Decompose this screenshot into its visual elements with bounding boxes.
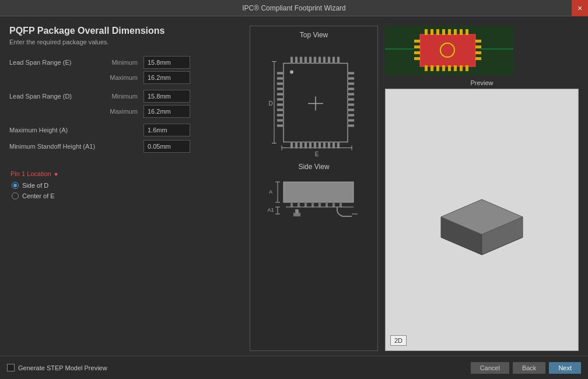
svg-rect-85 <box>454 29 457 35</box>
back-button[interactable]: Back <box>513 362 545 374</box>
lead-span-d-max-row: Maximum <box>9 105 243 118</box>
svg-text:A: A <box>269 189 272 195</box>
radio-side-of-d[interactable]: Side of D <box>12 182 243 189</box>
svg-rect-41 <box>277 109 284 111</box>
radio-center-of-e-circle <box>12 192 19 199</box>
bottom-buttons: Cancel Back Next <box>471 362 581 374</box>
svg-rect-81 <box>430 29 433 35</box>
right-panel: Preview 2D <box>385 26 579 351</box>
svg-rect-19 <box>323 57 326 64</box>
min-standoff-label: Minimum Standoff Height (A1) <box>9 143 108 150</box>
svg-rect-79 <box>420 34 475 66</box>
svg-rect-39 <box>277 99 284 101</box>
preview-2d-button[interactable]: 2D <box>390 335 407 346</box>
lead-span-e-group: Lead Span Range (E) Minimum Maximum <box>9 56 243 84</box>
lead-span-e-label: Lead Span Range (E) <box>9 59 108 66</box>
lead-span-e-label-row: Lead Span Range (E) Minimum <box>9 56 243 69</box>
svg-rect-30 <box>323 142 326 149</box>
svg-rect-51 <box>348 104 354 106</box>
svg-rect-24 <box>295 142 298 149</box>
lead-span-e-max-label: Maximum <box>108 74 144 81</box>
svg-rect-84 <box>448 29 451 35</box>
svg-rect-25 <box>300 142 302 149</box>
svg-rect-68 <box>340 202 342 207</box>
side-view-diagram: A A1 <box>261 173 366 243</box>
svg-rect-90 <box>436 65 439 71</box>
close-button[interactable]: × <box>572 0 588 16</box>
lead-span-e-max-input[interactable] <box>144 71 190 84</box>
cancel-button[interactable]: Cancel <box>471 362 509 374</box>
lead-span-d-label-row: Lead Span Range (D) Minimum <box>9 90 243 103</box>
chip-preview-thumbnail <box>385 26 513 75</box>
svg-rect-16 <box>309 57 312 64</box>
lead-span-d-label: Lead Span Range (D) <box>9 93 108 100</box>
generate-step-checkbox[interactable]: Generate STEP Model Preview <box>7 364 107 371</box>
top-preview-wrapper <box>385 26 579 77</box>
svg-rect-60 <box>284 182 354 202</box>
lead-span-e-min-input[interactable] <box>144 56 190 69</box>
radio-center-of-e[interactable]: Center of E <box>12 192 243 199</box>
pin-location-section: Pin 1 Location ● Side of D Center of E <box>9 170 243 199</box>
svg-rect-15 <box>304 57 307 64</box>
svg-rect-33 <box>337 142 340 149</box>
generate-step-label: Generate STEP Model Preview <box>18 364 107 371</box>
svg-rect-23 <box>290 142 293 149</box>
max-height-label: Maximum Height (A) <box>9 127 108 134</box>
svg-text:A1: A1 <box>267 207 274 213</box>
svg-rect-64 <box>312 202 314 207</box>
lead-span-d-min-input[interactable] <box>144 90 190 103</box>
left-panel: PQFP Package Overall Dimensions Enter th… <box>9 26 243 351</box>
max-height-input[interactable] <box>144 124 190 136</box>
svg-rect-97 <box>414 45 420 48</box>
svg-rect-67 <box>332 202 335 207</box>
form-section: Lead Span Range (E) Minimum Maximum Lead… <box>9 56 243 351</box>
svg-rect-62 <box>298 202 300 207</box>
title-bar: IPC® Compliant Footprint Wizard × <box>0 0 588 16</box>
svg-rect-91 <box>442 65 445 71</box>
lead-span-d-max-label: Maximum <box>108 108 144 115</box>
svg-rect-87 <box>466 29 468 35</box>
svg-rect-66 <box>326 202 328 207</box>
svg-rect-94 <box>460 65 463 71</box>
svg-rect-27 <box>309 142 312 149</box>
window-title: IPC® Compliant Footprint Wizard <box>242 4 346 12</box>
generate-step-check[interactable] <box>7 364 15 371</box>
svg-rect-63 <box>304 202 307 207</box>
svg-rect-20 <box>328 57 330 64</box>
radio-center-of-e-label: Center of E <box>22 192 55 199</box>
lead-span-d-min-label: Minimum <box>108 93 144 100</box>
top-view-title: Top View <box>300 31 328 39</box>
svg-rect-47 <box>348 83 354 85</box>
side-view-title: Side View <box>298 163 329 171</box>
svg-rect-26 <box>304 142 307 149</box>
svg-rect-44 <box>277 125 284 127</box>
next-button[interactable]: Next <box>549 362 581 374</box>
svg-rect-75 <box>295 209 299 214</box>
svg-rect-80 <box>425 29 428 35</box>
preview-3d-container: 2D <box>385 89 579 351</box>
diagram-box: Top View D E <box>250 26 378 351</box>
svg-rect-38 <box>277 93 284 96</box>
svg-rect-86 <box>460 29 463 35</box>
svg-rect-65 <box>318 202 321 207</box>
svg-rect-102 <box>475 51 481 54</box>
svg-rect-101 <box>475 45 481 48</box>
svg-rect-61 <box>290 202 293 207</box>
page-title: PQFP Package Overall Dimensions <box>9 26 243 36</box>
pin-location-radio-group: Side of D Center of E <box>9 182 243 199</box>
svg-point-9 <box>290 71 293 74</box>
svg-rect-96 <box>414 40 420 43</box>
svg-rect-17 <box>314 57 316 64</box>
preview-3d-svg <box>424 173 540 266</box>
lead-span-d-max-input[interactable] <box>144 105 190 118</box>
svg-rect-55 <box>348 125 354 127</box>
svg-rect-49 <box>348 93 354 96</box>
svg-rect-13 <box>295 57 298 64</box>
min-standoff-input[interactable] <box>144 140 190 153</box>
svg-rect-22 <box>337 57 340 64</box>
svg-rect-100 <box>475 40 481 43</box>
svg-rect-48 <box>348 88 354 90</box>
min-standoff-row: Minimum Standoff Height (A1) <box>9 140 243 153</box>
pin-location-label: Pin 1 Location ● <box>9 170 243 177</box>
svg-rect-52 <box>348 109 354 111</box>
